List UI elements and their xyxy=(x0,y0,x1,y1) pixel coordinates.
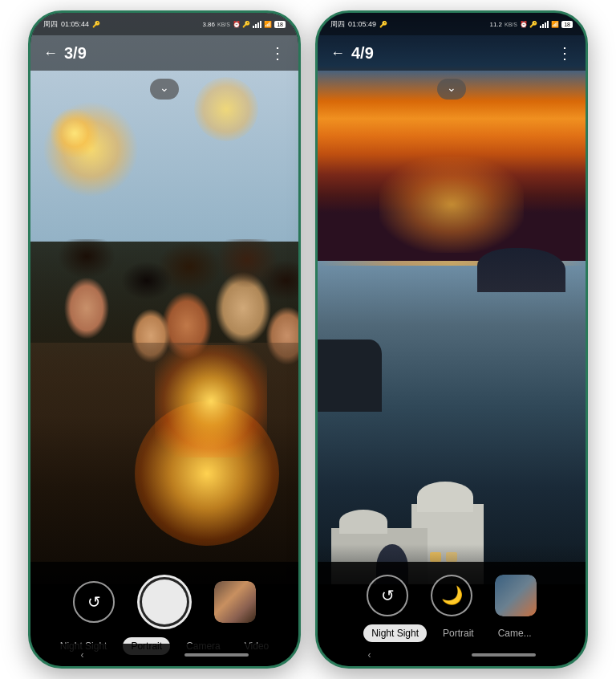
top-bar-left-2: ← 4/9 xyxy=(330,44,374,63)
bar3 xyxy=(257,22,259,28)
phone-frame-1: 周四 01:05:44 🔑 3.86 KB/S ⏰ 🔑 📶 18 xyxy=(28,10,301,669)
status-bar-1: 周四 01:05:44 🔑 3.86 KB/S ⏰ 🔑 📶 18 xyxy=(30,13,298,35)
mode-night-sight-2[interactable]: Night Sight xyxy=(363,624,427,642)
nav-bar-1: ‹ xyxy=(30,644,298,666)
signal-2 xyxy=(540,21,549,28)
network-speed-1: 3.86 xyxy=(202,21,215,28)
camera-controls-1: ↺ Night Sight Portrait Camera Video xyxy=(30,562,298,644)
bar4 xyxy=(260,21,261,28)
bar2 xyxy=(542,24,544,28)
status-right-2: 11.2 KB/S ⏰ 🔑 📶 18 xyxy=(489,21,573,28)
status-icon-1: 🔑 xyxy=(92,21,100,28)
camera-buttons-1: ↺ xyxy=(73,575,256,629)
gallery-button-1[interactable] xyxy=(214,581,256,623)
chevron-btn-2[interactable] xyxy=(437,79,466,100)
photo-count-1: 3/9 xyxy=(64,44,87,63)
top-bar-left-1: ← 3/9 xyxy=(43,44,87,63)
nav-back-1[interactable]: ‹ xyxy=(81,649,84,661)
bar4 xyxy=(547,21,549,28)
status-day-1: 周四 xyxy=(43,19,58,30)
status-time-2: 01:05:49 xyxy=(348,20,376,28)
battery-1: 📶 xyxy=(264,21,272,28)
cliff-left xyxy=(318,340,382,412)
night-sight-button-2[interactable]: 🌙 xyxy=(431,575,472,616)
gallery-thumb-1 xyxy=(214,581,256,623)
phone-1: 周四 01:05:44 🔑 3.86 KB/S ⏰ 🔑 📶 18 xyxy=(28,10,301,669)
moon-icon-2: 🌙 xyxy=(441,585,463,606)
sparkle-center xyxy=(155,345,267,457)
status-left-2: 周四 01:05:49 🔑 xyxy=(330,19,387,30)
status-icons-1: ⏰ 🔑 xyxy=(233,21,250,28)
mode-portrait-2[interactable]: Portrait xyxy=(435,624,482,642)
chevron-btn-1[interactable] xyxy=(150,79,179,100)
top-bar-1: ← 3/9 ⋮ xyxy=(30,35,298,71)
bar1 xyxy=(253,26,254,28)
status-icon-2: 🔑 xyxy=(379,21,387,28)
status-right-1: 3.86 KB/S ⏰ 🔑 📶 18 xyxy=(202,21,286,28)
dome-left xyxy=(339,510,387,534)
battery-level-1: 18 xyxy=(274,21,286,28)
back-button-1[interactable]: ← xyxy=(43,45,58,62)
gallery-button-2[interactable] xyxy=(495,575,537,616)
more-button-2[interactable]: ⋮ xyxy=(557,43,573,63)
network-unit-2: KB/S xyxy=(505,22,517,27)
nav-back-2[interactable]: ‹ xyxy=(368,649,371,661)
rotate-icon-1: ↺ xyxy=(87,592,101,612)
phone-2: 周四 01:05:49 🔑 11.2 KB/S ⏰ 🔑 📶 18 xyxy=(315,10,588,669)
nav-bar-2: ‹ xyxy=(318,644,586,666)
shutter-button-1[interactable] xyxy=(137,575,192,629)
rotate-button-2[interactable]: ↺ xyxy=(367,575,408,616)
nav-pill-1[interactable] xyxy=(184,653,249,657)
battery-level-2: 18 xyxy=(561,21,573,28)
bar2 xyxy=(255,24,257,28)
status-time-1: 01:05:44 xyxy=(61,20,89,28)
island xyxy=(477,248,565,292)
status-icons-2: ⏰ 🔑 xyxy=(520,21,537,28)
status-day-2: 周四 xyxy=(330,19,345,30)
bar3 xyxy=(545,22,546,28)
mode-labels-2: Night Sight Portrait Came... xyxy=(318,624,586,642)
rotate-button-1[interactable]: ↺ xyxy=(73,581,115,623)
bar1 xyxy=(540,26,541,28)
network-unit-1: KB/S xyxy=(217,22,230,27)
rotate-icon-2: ↺ xyxy=(381,586,395,605)
status-left-1: 周四 01:05:44 🔑 xyxy=(43,19,100,30)
status-bar-2: 周四 01:05:49 🔑 11.2 KB/S ⏰ 🔑 📶 18 xyxy=(318,13,586,35)
back-button-2[interactable]: ← xyxy=(330,45,345,62)
camera-controls-2: ↺ 🌙 Night Sight Portrait Came... xyxy=(318,562,586,644)
sparkle-top-left xyxy=(51,109,99,157)
mode-camera-2[interactable]: Came... xyxy=(490,624,540,642)
more-button-1[interactable]: ⋮ xyxy=(270,43,286,63)
battery-2: 📶 xyxy=(551,21,559,28)
phone-frame-2: 周四 01:05:49 🔑 11.2 KB/S ⏰ 🔑 📶 18 xyxy=(315,10,588,669)
phone-screen-2: 周四 01:05:49 🔑 11.2 KB/S ⏰ 🔑 📶 18 xyxy=(318,13,586,666)
nav-pill-2[interactable] xyxy=(472,653,536,657)
phone-screen-1: 周四 01:05:44 🔑 3.86 KB/S ⏰ 🔑 📶 18 xyxy=(30,13,298,666)
photo-count-2: 4/9 xyxy=(351,44,374,63)
shutter-inner-1 xyxy=(142,579,187,624)
network-speed-2: 11.2 xyxy=(489,21,502,28)
dome xyxy=(417,482,473,512)
sun-glow xyxy=(379,157,524,253)
signal-1 xyxy=(253,21,261,28)
gallery-thumb-2 xyxy=(495,575,537,616)
camera-buttons-2: ↺ 🌙 xyxy=(367,575,537,616)
top-bar-2: ← 4/9 ⋮ xyxy=(318,35,586,71)
